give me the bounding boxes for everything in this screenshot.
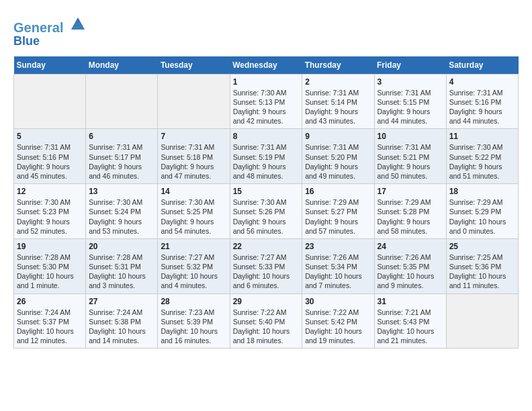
day-cell: 13Sunrise: 7:30 AM Sunset: 5:24 PM Dayli… (86, 184, 158, 239)
day-info: Sunrise: 7:31 AM Sunset: 5:15 PM Dayligh… (378, 88, 443, 126)
logo-text: General (13, 13, 87, 35)
day-info: Sunrise: 7:29 AM Sunset: 5:27 PM Dayligh… (305, 197, 371, 236)
day-number: 28 (161, 297, 226, 306)
day-cell (158, 74, 230, 129)
day-info: Sunrise: 7:23 AM Sunset: 5:39 PM Dayligh… (161, 308, 226, 346)
weekday-friday: Friday (374, 56, 446, 75)
day-number: 17 (378, 187, 443, 196)
day-cell: 5Sunrise: 7:31 AM Sunset: 5:16 PM Daylig… (14, 129, 86, 184)
day-number: 8 (233, 132, 300, 141)
day-info: Sunrise: 7:31 AM Sunset: 5:18 PM Dayligh… (161, 142, 226, 181)
day-info: Sunrise: 7:21 AM Sunset: 5:43 PM Dayligh… (378, 308, 443, 346)
day-number: 1 (233, 77, 300, 87)
day-number: 20 (89, 242, 154, 251)
logo-general: General (13, 20, 63, 35)
day-number: 5 (17, 132, 83, 141)
day-info: Sunrise: 7:30 AM Sunset: 5:24 PM Dayligh… (89, 197, 154, 236)
day-cell: 1Sunrise: 7:30 AM Sunset: 5:13 PM Daylig… (230, 74, 302, 129)
day-info: Sunrise: 7:30 AM Sunset: 5:23 PM Dayligh… (17, 197, 83, 236)
day-info: Sunrise: 7:25 AM Sunset: 5:36 PM Dayligh… (449, 253, 515, 291)
day-info: Sunrise: 7:27 AM Sunset: 5:32 PM Dayligh… (161, 253, 226, 291)
page: General Blue SundayMondayTuesdayWednesda… (0, 0, 532, 355)
week-row-1: 1Sunrise: 7:30 AM Sunset: 5:13 PM Daylig… (14, 74, 519, 129)
day-cell: 21Sunrise: 7:27 AM Sunset: 5:32 PM Dayli… (158, 238, 230, 293)
day-number: 4 (449, 77, 515, 87)
day-number: 21 (161, 242, 226, 251)
day-info: Sunrise: 7:27 AM Sunset: 5:33 PM Dayligh… (233, 253, 300, 291)
day-cell (446, 293, 518, 349)
day-cell: 22Sunrise: 7:27 AM Sunset: 5:33 PM Dayli… (230, 238, 302, 293)
day-info: Sunrise: 7:28 AM Sunset: 5:31 PM Dayligh… (89, 253, 154, 291)
day-info: Sunrise: 7:30 AM Sunset: 5:26 PM Dayligh… (233, 197, 300, 236)
day-cell: 23Sunrise: 7:26 AM Sunset: 5:34 PM Dayli… (302, 238, 374, 293)
week-row-2: 5Sunrise: 7:31 AM Sunset: 5:16 PM Daylig… (14, 129, 519, 184)
day-cell: 4Sunrise: 7:31 AM Sunset: 5:16 PM Daylig… (446, 74, 518, 129)
day-info: Sunrise: 7:24 AM Sunset: 5:37 PM Dayligh… (17, 308, 83, 346)
day-cell: 16Sunrise: 7:29 AM Sunset: 5:27 PM Dayli… (302, 184, 374, 239)
day-info: Sunrise: 7:30 AM Sunset: 5:22 PM Dayligh… (449, 142, 515, 181)
day-number: 11 (449, 132, 515, 141)
day-cell (86, 74, 158, 129)
day-number: 9 (305, 132, 371, 141)
weekday-monday: Monday (86, 56, 158, 75)
day-info: Sunrise: 7:24 AM Sunset: 5:38 PM Dayligh… (89, 308, 154, 346)
day-number: 10 (378, 132, 443, 141)
logo-icon (69, 13, 87, 32)
day-number: 2 (305, 77, 371, 87)
day-cell: 3Sunrise: 7:31 AM Sunset: 5:15 PM Daylig… (374, 74, 446, 129)
day-number: 25 (449, 242, 515, 251)
calendar-table: SundayMondayTuesdayWednesdayThursdayFrid… (13, 56, 519, 349)
day-number: 19 (17, 242, 83, 251)
day-number: 30 (305, 297, 371, 306)
day-cell: 26Sunrise: 7:24 AM Sunset: 5:37 PM Dayli… (14, 293, 86, 349)
day-number: 31 (378, 297, 443, 306)
day-info: Sunrise: 7:26 AM Sunset: 5:34 PM Dayligh… (305, 253, 371, 291)
day-number: 13 (89, 187, 154, 196)
logo-blue: Blue (13, 35, 87, 48)
day-cell: 17Sunrise: 7:29 AM Sunset: 5:28 PM Dayli… (374, 184, 446, 239)
day-number: 6 (89, 132, 154, 141)
day-number: 27 (89, 297, 154, 306)
weekday-wednesday: Wednesday (230, 56, 302, 75)
day-info: Sunrise: 7:31 AM Sunset: 5:20 PM Dayligh… (305, 142, 371, 181)
logo: General Blue (13, 13, 87, 48)
weekday-header-row: SundayMondayTuesdayWednesdayThursdayFrid… (14, 56, 519, 75)
week-row-5: 26Sunrise: 7:24 AM Sunset: 5:37 PM Dayli… (14, 293, 519, 349)
day-number: 14 (161, 187, 226, 196)
weekday-saturday: Saturday (446, 56, 518, 75)
day-info: Sunrise: 7:31 AM Sunset: 5:19 PM Dayligh… (233, 142, 300, 181)
day-number: 7 (161, 132, 226, 141)
day-cell: 24Sunrise: 7:26 AM Sunset: 5:35 PM Dayli… (374, 238, 446, 293)
day-cell: 2Sunrise: 7:31 AM Sunset: 5:14 PM Daylig… (302, 74, 374, 129)
weekday-sunday: Sunday (14, 56, 86, 75)
day-number: 12 (17, 187, 83, 196)
day-cell: 9Sunrise: 7:31 AM Sunset: 5:20 PM Daylig… (302, 129, 374, 184)
day-cell: 14Sunrise: 7:30 AM Sunset: 5:25 PM Dayli… (158, 184, 230, 239)
day-cell: 28Sunrise: 7:23 AM Sunset: 5:39 PM Dayli… (158, 293, 230, 349)
weekday-tuesday: Tuesday (158, 56, 230, 75)
day-info: Sunrise: 7:26 AM Sunset: 5:35 PM Dayligh… (378, 253, 443, 291)
day-cell: 20Sunrise: 7:28 AM Sunset: 5:31 PM Dayli… (86, 238, 158, 293)
day-cell: 27Sunrise: 7:24 AM Sunset: 5:38 PM Dayli… (86, 293, 158, 349)
day-info: Sunrise: 7:31 AM Sunset: 5:14 PM Dayligh… (305, 88, 371, 126)
day-number: 18 (449, 187, 515, 196)
day-cell: 30Sunrise: 7:22 AM Sunset: 5:42 PM Dayli… (302, 293, 374, 349)
day-info: Sunrise: 7:22 AM Sunset: 5:40 PM Dayligh… (233, 308, 300, 346)
day-cell: 10Sunrise: 7:31 AM Sunset: 5:21 PM Dayli… (374, 129, 446, 184)
day-cell: 18Sunrise: 7:29 AM Sunset: 5:29 PM Dayli… (446, 184, 518, 239)
day-number: 16 (305, 187, 371, 196)
day-cell: 8Sunrise: 7:31 AM Sunset: 5:19 PM Daylig… (230, 129, 302, 184)
day-cell (14, 74, 86, 129)
day-number: 26 (17, 297, 83, 306)
day-cell: 15Sunrise: 7:30 AM Sunset: 5:26 PM Dayli… (230, 184, 302, 239)
week-row-3: 12Sunrise: 7:30 AM Sunset: 5:23 PM Dayli… (14, 184, 519, 239)
day-cell: 29Sunrise: 7:22 AM Sunset: 5:40 PM Dayli… (230, 293, 302, 349)
day-cell: 25Sunrise: 7:25 AM Sunset: 5:36 PM Dayli… (446, 238, 518, 293)
day-number: 24 (378, 242, 443, 251)
day-info: Sunrise: 7:30 AM Sunset: 5:25 PM Dayligh… (161, 197, 226, 236)
day-cell: 6Sunrise: 7:31 AM Sunset: 5:17 PM Daylig… (86, 129, 158, 184)
day-cell: 31Sunrise: 7:21 AM Sunset: 5:43 PM Dayli… (374, 293, 446, 349)
day-cell: 12Sunrise: 7:30 AM Sunset: 5:23 PM Dayli… (14, 184, 86, 239)
day-info: Sunrise: 7:31 AM Sunset: 5:21 PM Dayligh… (378, 142, 443, 181)
day-info: Sunrise: 7:29 AM Sunset: 5:29 PM Dayligh… (449, 197, 515, 236)
